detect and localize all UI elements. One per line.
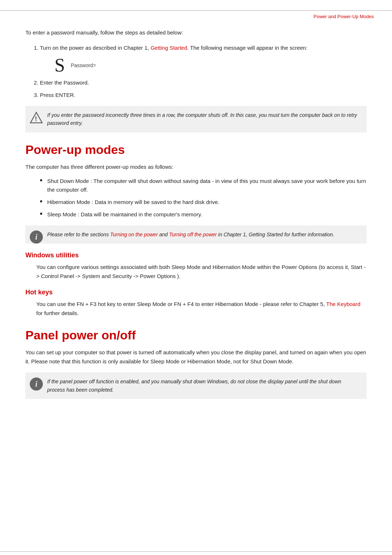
hot-keys-text: You can use the FN + F3 hot key to enter… <box>36 300 367 318</box>
bullet-item-sleep: Sleep Mode : Data will be maintained in … <box>40 210 367 219</box>
windows-utilities-text: You can configure various settings assoc… <box>36 263 367 281</box>
power-modes-list: Shut Down Mode : The computer will shut … <box>40 177 367 219</box>
info-box-text: Please refer to the sections Turning on … <box>47 230 360 238</box>
keyboard-link[interactable]: The Keyboard <box>326 301 360 307</box>
windows-utilities-title: Windows utilities <box>25 252 367 259</box>
steps-list: Turn on the power as described in Chapte… <box>40 44 367 99</box>
info-text-before: Please refer to the sections <box>47 232 110 237</box>
warning-text: If you enter the password incorrectly th… <box>47 111 360 127</box>
password-letter: S <box>54 56 65 75</box>
section1-title: Power-up modes <box>25 143 367 157</box>
page-header: Power and Power-Up Modes <box>314 14 374 19</box>
step-1: Turn on the power as described in Chapte… <box>40 44 367 75</box>
getting-started-link[interactable]: Getting Started <box>151 45 187 51</box>
info-circle-icon: i <box>30 230 43 244</box>
top-border <box>0 10 392 11</box>
hot-keys-text-after: for further details. <box>36 310 79 316</box>
bullet-shutdown-text: Shut Down Mode : The computer will shut … <box>47 178 366 193</box>
info-icon-wrap-2: i <box>30 378 43 391</box>
warning-icon-wrap: ! <box>30 111 43 126</box>
turning-on-power-link[interactable]: Turning on the power <box>110 232 158 237</box>
page-footer: User's Manual 6-12 <box>0 551 392 555</box>
bullet-hibernation-text: Hibernation Mode : Data in memory will b… <box>47 199 219 205</box>
section1-intro: The computer has three different power-u… <box>25 163 367 172</box>
info-box-power: i Please refer to the sections Turning o… <box>25 225 367 244</box>
page-container: Power and Power-Up Modes To enter a pass… <box>0 10 392 555</box>
intro-paragraph: To enter a password manually, follow the… <box>25 28 367 37</box>
step1-text: Turn on the power as described in Chapte… <box>40 45 307 51</box>
step-3: Press ENTER. <box>40 91 367 99</box>
info-text-mid: and <box>158 232 169 237</box>
info-box-panel: i If the panel power off function is ena… <box>25 372 367 399</box>
bullet-item-shutdown: Shut Down Mode : The computer will shut … <box>40 177 367 194</box>
warning-triangle-icon: ! <box>30 111 43 124</box>
step2-text: Enter the Password. <box>40 79 89 86</box>
info-icon-wrap: i <box>30 230 43 244</box>
warning-box: ! If you enter the password incorrectly … <box>25 106 367 132</box>
panel-info-text: If the panel power off function is enabl… <box>47 378 360 394</box>
step-2: Enter the Password. <box>40 78 367 87</box>
password-label: Password= <box>71 61 96 69</box>
hot-keys-text-before: You can use the FN + F3 hot key to enter… <box>36 301 326 307</box>
turning-off-power-link[interactable]: Turning off the power <box>169 232 217 237</box>
svg-text:!: ! <box>35 115 37 123</box>
step3-text: Press ENTER. <box>40 92 75 98</box>
main-content: To enter a password manually, follow the… <box>0 10 392 434</box>
header-title: Power and Power-Up Modes <box>314 14 374 19</box>
info-circle-icon-2: i <box>30 378 43 391</box>
info-text-after: in Chapter 1, Getting Started for furthe… <box>217 232 334 237</box>
intro-text: To enter a password manually, follow the… <box>25 29 183 36</box>
password-display: S Password= <box>54 56 367 75</box>
section2-intro: You can set up your computer so that pow… <box>25 348 367 366</box>
bullet-sleep-text: Sleep Mode : Data will be maintained in … <box>47 211 202 217</box>
bullet-item-hibernation: Hibernation Mode : Data in memory will b… <box>40 198 367 207</box>
hot-keys-title: Hot keys <box>25 289 367 296</box>
section2-title: Panel power on/off <box>25 328 367 342</box>
